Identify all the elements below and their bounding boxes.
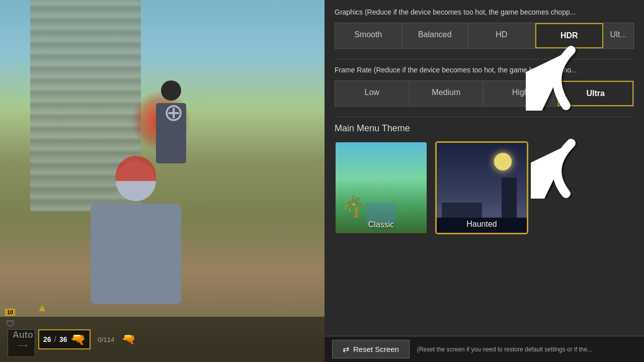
ammo-current: 26 [43, 335, 51, 343]
framerate-options-row: Low Medium High Ultra [335, 80, 634, 107]
moon-icon [494, 153, 512, 170]
arrow-2-svg [531, 138, 586, 199]
arrow-2-overlay [531, 138, 586, 199]
reset-bar: ⇄ Reset Screen (Reset the screen if you … [325, 336, 644, 362]
graphics-option-hd[interactable]: HD [468, 23, 535, 48]
ammo-max: 36 [59, 335, 67, 343]
classic-label: Classic [336, 220, 427, 229]
theme-row: 🌴 Classic Haunted [335, 141, 634, 234]
hud-bottom: Auto ⟶ 26 / 36 🔫 0/114 🔫 ▲ [0, 317, 325, 362]
graphics-options-row: Smooth Balanced HD HDR Ult... [335, 23, 634, 49]
arrow-1-overlay [526, 45, 586, 111]
expand-button[interactable]: ▲ [37, 301, 48, 314]
graphics-section-title: Graphics (Reduce if the device becomes t… [335, 8, 634, 17]
crosshair-overlay: ⊕ [164, 98, 184, 126]
secondary-ammo: 0/114 [98, 336, 115, 343]
theme-section-title: Main Menu Theme [335, 123, 634, 134]
section-divider-1 [335, 59, 634, 59]
theme-card-haunted[interactable]: Haunted [435, 141, 528, 234]
enemy-head [161, 80, 181, 101]
graphics-option-hdr[interactable]: HDR [535, 23, 604, 48]
theme-card-classic[interactable]: 🌴 Classic [335, 141, 428, 234]
player-character [60, 161, 211, 322]
settings-panel: Graphics (Reduce if the device becomes t… [325, 0, 644, 362]
primary-weapon-icon: 🔫 [70, 332, 86, 346]
arrow-1-svg [526, 45, 586, 111]
graphics-option-smooth[interactable]: Smooth [335, 23, 402, 48]
framerate-option-medium[interactable]: Medium [410, 81, 484, 106]
level-badge: 10 [5, 309, 15, 316]
player-body [91, 204, 181, 304]
armor-icon: 🛡 [6, 319, 15, 329]
primary-ammo-box: 26 / 36 🔫 [38, 329, 91, 349]
haunted-label: Haunted [437, 220, 527, 229]
reset-icon: ⇄ [343, 344, 349, 354]
player-head [116, 161, 156, 201]
graphics-option-balanced[interactable]: Balanced [402, 23, 469, 48]
secondary-weapon-icon: 🔫 [122, 333, 135, 346]
game-panel: ⊕ Auto ⟶ 26 / 36 🔫 [0, 0, 325, 362]
section-divider-2 [335, 117, 634, 117]
reset-description: (Reset the screen if you need to restore… [417, 346, 636, 353]
settings-content: Graphics (Reduce if the device becomes t… [325, 0, 644, 252]
reset-button-label: Reset Screen [353, 345, 399, 353]
tower-icon [502, 177, 517, 218]
graphics-option-ultra[interactable]: Ult... [603, 23, 633, 48]
framerate-option-low[interactable]: Low [335, 81, 410, 106]
game-background: ⊕ Auto ⟶ 26 / 36 🔫 [0, 0, 325, 362]
reset-screen-button[interactable]: ⇄ Reset Screen [332, 340, 410, 358]
palm-icon: 🌴 [341, 195, 366, 218]
framerate-section-title: Frame Rate (Reduce if the device becomes… [335, 65, 634, 74]
item-slot [8, 329, 35, 357]
